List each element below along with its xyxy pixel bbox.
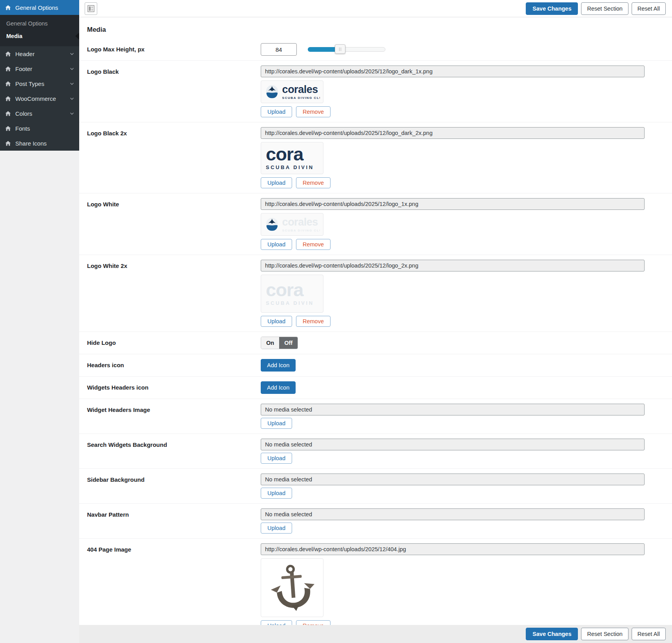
chevron-down-icon [69,51,74,56]
home-icon [5,51,11,57]
home-icon [5,110,11,117]
upload-button[interactable]: Upload [261,523,292,534]
slider-handle[interactable] [335,44,345,54]
home-icon [5,4,11,11]
sidebar-item-woocommerce[interactable]: WooCommerce [0,91,79,106]
sidebar-item-share-icons[interactable]: Share Icons [0,136,79,151]
404-page-image-url-input[interactable] [261,543,645,555]
row-logo-black-2x: Logo Black 2x cora SCUBA DIVIN Upload Re… [79,122,672,193]
reset-section-button[interactable]: Reset Section [581,628,628,640]
row-hide-logo: Hide Logo On Off [79,332,672,354]
field-label: Logo White [87,198,261,208]
toggle-off-option[interactable]: Off [279,337,298,349]
field-label: Sidebar Background [87,474,261,483]
logo-black-url-input[interactable] [261,66,645,77]
layout-icon [87,5,94,12]
media-settings-content: Media Logo Max Height, px Logo Black [79,17,672,642]
row-logo-white: Logo White corales SCUBA DIVING CLU Uplo [79,193,672,255]
panel-layout-toggle-button[interactable] [85,2,97,15]
field-label: Hide Logo [87,337,261,346]
remove-button[interactable]: Remove [296,177,331,188]
upload-button[interactable]: Upload [261,177,292,188]
field-label: Logo Black 2x [87,127,261,137]
options-sidebar: General Options General Options Media He… [0,0,79,643]
logo-tagline-text: SCUBA DIVING CLU [282,229,320,232]
logo-white-2x-url-input[interactable] [261,260,645,271]
reset-all-button[interactable]: Reset All [632,628,666,640]
row-search-widgets-background: Search Widgets Background Upload [79,434,672,469]
page-title: Media [79,17,672,38]
logo-max-height-slider[interactable] [308,47,385,52]
upload-button[interactable]: Upload [261,453,292,464]
logo-max-height-input[interactable] [261,43,297,56]
field-label: Widgets Headers icon [87,381,261,391]
chevron-down-icon [69,66,74,71]
field-label: Logo Max Height, px [87,43,261,53]
logo-black-2x-preview: cora SCUBA DIVIN [261,142,323,174]
save-changes-button[interactable]: Save Changes [526,628,578,640]
field-label: Widget Headers Image [87,404,261,413]
logo-black-2x-url-input[interactable] [261,127,645,139]
reset-all-button[interactable]: Reset All [632,2,666,15]
reset-section-button[interactable]: Reset Section [581,2,628,15]
sidebar-item-post-types[interactable]: Post Types [0,76,79,91]
field-label: Logo White 2x [87,260,261,269]
field-label: Headers icon [87,359,261,368]
whale-logo-icon [264,84,280,100]
remove-button[interactable]: Remove [296,316,331,327]
field-label: 404 Page Image [87,543,261,553]
upload-button[interactable]: Upload [261,418,292,429]
options-panel: Save Changes Reset Section Reset All Med… [79,0,672,643]
search-widgets-background-input[interactable] [261,439,645,450]
sidebar-item-footer[interactable]: Footer [0,61,79,76]
chevron-down-icon [69,81,74,86]
home-icon [5,140,11,147]
row-sidebar-background: Sidebar Background Upload [79,469,672,504]
sidebar-background-input[interactable] [261,474,645,485]
add-icon-button[interactable]: Add Icon [261,359,296,372]
home-icon [5,95,11,102]
remove-button[interactable]: Remove [296,106,331,117]
sidebar-item-colors[interactable]: Colors [0,106,79,121]
home-icon [5,66,11,72]
logo-brand-text: corales [282,217,320,228]
upload-button[interactable]: Upload [261,239,292,250]
logo-white-2x-preview: cora SCUBA DIVIN [261,275,323,313]
toggle-on-option[interactable]: On [261,337,279,349]
sidebar-item-general-options[interactable]: General Options [0,0,79,15]
logo-tagline-text: SCUBA DIVIN [266,300,323,306]
hide-logo-toggle: On Off [261,337,298,349]
save-changes-button[interactable]: Save Changes [526,2,578,15]
top-toolbar: Save Changes Reset Section Reset All [79,0,672,17]
upload-button[interactable]: Upload [261,488,292,499]
slider-fill [308,47,340,52]
add-icon-button[interactable]: Add Icon [261,381,296,394]
bottom-toolbar: Save Changes Reset Section Reset All [79,625,672,643]
field-label: Search Widgets Background [87,439,261,448]
active-item-arrow-icon [75,33,79,40]
row-404-page-image: 404 Page Image [79,539,672,636]
logo-black-preview: corales SCUBA DIVING CLU [261,80,323,103]
field-label: Navbar Pattern [87,508,261,518]
logo-brand-text: corales [282,84,320,95]
widget-headers-image-input[interactable] [261,404,645,415]
logo-white-url-input[interactable] [261,198,645,210]
upload-button[interactable]: Upload [261,106,292,117]
upload-button[interactable]: Upload [261,316,292,327]
logo-white-preview: corales SCUBA DIVING CLU [261,213,323,236]
home-icon [5,125,11,132]
remove-button[interactable]: Remove [296,239,331,250]
sidebar-item-header[interactable]: Header [0,46,79,61]
logo-brand-text: cora [266,281,323,299]
row-widget-headers-image: Widget Headers Image Upload [79,399,672,434]
anchor-image [266,560,318,615]
submenu-item-general-options[interactable]: General Options [0,17,79,30]
home-icon [5,80,11,87]
submenu-item-media[interactable]: Media [0,30,79,42]
navbar-pattern-input[interactable] [261,508,645,520]
sidebar-item-fonts[interactable]: Fonts [0,121,79,136]
logo-tagline-text: SCUBA DIVING CLU [282,96,320,100]
row-headers-icon: Headers icon Add Icon [79,354,672,377]
chevron-down-icon [69,111,74,116]
logo-tagline-text: SCUBA DIVIN [266,164,323,170]
